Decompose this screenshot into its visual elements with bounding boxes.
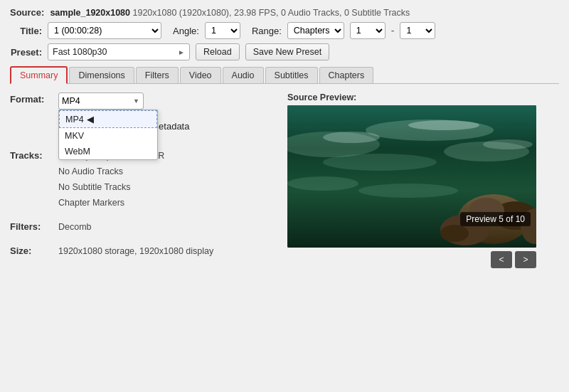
range-dash: - — [391, 25, 395, 36]
preview-next-button[interactable]: > — [515, 251, 536, 268]
svg-point-7 — [323, 132, 380, 143]
title-row: Title: 1 (00:00:28) Angle: 1 Range: Chap… — [10, 22, 559, 39]
preset-arrow-icon: ► — [178, 48, 185, 56]
dropdown-item-mp4[interactable]: MP4 ◀ — [59, 110, 157, 128]
size-label: Size: — [10, 244, 53, 258]
track-line-2: No Audio Tracks — [58, 164, 164, 179]
tab-dimensions[interactable]: Dimensions — [69, 67, 134, 83]
preset-field[interactable]: Fast 1080p30 ► — [48, 43, 190, 60]
dropdown-item-webm[interactable]: WebM — [59, 144, 157, 159]
format-select-wrapper: MP4 MKV WebM — [58, 92, 144, 110]
chapter-to-select[interactable]: 1 — [400, 22, 435, 39]
preset-label: Preset: — [10, 47, 42, 58]
tab-chapters[interactable]: Chapters — [319, 67, 374, 83]
title-select[interactable]: 1 (00:00:28) — [48, 22, 161, 39]
tab-filters[interactable]: Filters — [136, 67, 179, 83]
right-panel: Source Preview: — [287, 92, 559, 385]
size-text: 1920x1080 storage, 1920x1080 display — [58, 244, 213, 258]
svg-point-3 — [323, 154, 437, 171]
size-value: 1920x1080 storage, 1920x1080 display — [58, 244, 213, 258]
preset-value: Fast 1080p30 — [53, 47, 107, 57]
tab-video[interactable]: Video — [180, 67, 221, 83]
track-line-3: No Subtitle Tracks — [58, 180, 164, 194]
app-window: Source: sample_1920x1080 1920x1080 (1920… — [0, 0, 569, 392]
svg-point-6 — [358, 184, 458, 198]
preview-nav: < > — [287, 251, 536, 268]
reload-button[interactable]: Reload — [196, 43, 240, 60]
filters-text: Decomb — [58, 220, 92, 234]
filters-label: Filters: — [10, 220, 53, 234]
format-select[interactable]: MP4 MKV WebM — [58, 92, 144, 110]
source-name: sample_1920x1080 — [50, 8, 130, 18]
preview-badge: Preview 5 of 10 — [460, 212, 531, 226]
preview-label: Source Preview: — [287, 92, 559, 102]
svg-point-5 — [287, 176, 358, 191]
tracks-label: Tracks: — [10, 149, 53, 210]
format-dropdown: MP4 ◀ MKV WebM — [58, 110, 158, 160]
range-label: Range: — [252, 26, 282, 36]
angle-select[interactable]: 1 — [205, 22, 240, 39]
svg-point-14 — [440, 225, 469, 242]
main-content: Format: MP4 MKV WebM MP4 ◀ — [10, 88, 559, 385]
preset-row: Preset: Fast 1080p30 ► Reload Save New P… — [10, 43, 559, 60]
source-info: 1920x1080 (1920x1080), 23.98 FPS, 0 Audi… — [133, 8, 410, 18]
svg-point-8 — [408, 120, 479, 130]
format-label: Format: — [10, 92, 53, 105]
ocean-svg — [287, 105, 536, 248]
filters-value: Decomb — [58, 220, 92, 234]
left-panel: Format: MP4 MKV WebM MP4 ◀ — [10, 92, 280, 385]
angle-label: Angle: — [173, 26, 199, 36]
tab-audio[interactable]: Audio — [223, 67, 264, 83]
source-row: Source: sample_1920x1080 1920x1080 (1920… — [10, 7, 559, 18]
save-preset-button[interactable]: Save New Preset — [245, 43, 330, 60]
range-select[interactable]: Chapters — [287, 22, 344, 39]
tab-summary[interactable]: Summary — [10, 66, 68, 84]
preview-prev-button[interactable]: < — [491, 251, 512, 268]
tab-subtitles[interactable]: Subtitles — [265, 67, 318, 83]
preview-container: Preview 5 of 10 — [287, 105, 536, 248]
dropdown-item-mkv[interactable]: MKV — [59, 128, 157, 144]
svg-point-9 — [483, 139, 533, 149]
preview-image — [287, 105, 536, 248]
title-label: Title: — [10, 26, 42, 36]
size-section: Size: 1920x1080 storage, 1920x1080 displ… — [10, 244, 280, 258]
tabs-row: Summary Dimensions Filters Video Audio S… — [10, 66, 559, 84]
filters-section: Filters: Decomb — [10, 220, 280, 234]
source-label: Source: — [10, 7, 44, 18]
format-container: MP4 MKV WebM MP4 ◀ MKV WebM — [58, 92, 144, 110]
cursor-indicator: ◀ — [87, 114, 94, 125]
format-row: Format: MP4 MKV WebM MP4 ◀ — [10, 92, 280, 110]
track-line-4: Chapter Markers — [58, 196, 164, 210]
chapter-from-select[interactable]: 1 — [350, 22, 385, 39]
